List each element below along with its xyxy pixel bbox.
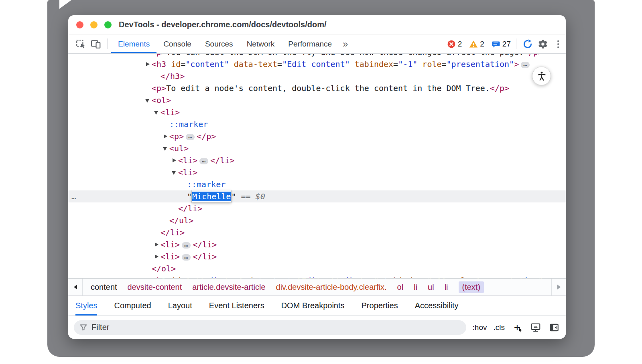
tab-console[interactable]: Console	[156, 34, 198, 53]
toggle-element-state-button[interactable]: :hov	[473, 323, 487, 332]
breadcrumb-item-devsite-content[interactable]: devsite-content	[128, 283, 182, 292]
breadcrumb-item-li[interactable]: li	[445, 283, 448, 292]
dom-tree-line[interactable]: </ol>	[68, 263, 566, 275]
dom-tree-content: <p>You can edit the DOM on the fly and s…	[68, 54, 566, 278]
tab-performance[interactable]: Performance	[281, 34, 339, 53]
breadcrumb-item-div-devsite-article-body-clearfix[interactable]: div.devsite-article-body.clearfix.	[276, 283, 387, 292]
more-tabs-button[interactable]: »	[339, 34, 352, 53]
filter-input[interactable]	[91, 323, 461, 332]
tab-sources[interactable]: Sources	[198, 34, 240, 53]
code-segment-val: "content"	[185, 59, 229, 69]
code-segment-punct: =	[442, 59, 447, 69]
expand-arrow-down[interactable]	[172, 170, 178, 175]
inspect-icon[interactable]	[73, 34, 88, 53]
code-segment-val: "attributes"	[185, 276, 244, 278]
dom-tree-line[interactable]: ::marker	[68, 118, 566, 130]
expand-arrow-right[interactable]	[172, 158, 178, 163]
expand-arrow-right[interactable]	[145, 62, 152, 67]
dom-tree-line[interactable]: <li>	[68, 166, 566, 178]
arrow-slot	[145, 54, 152, 55]
sidebar-tab-styles[interactable]: Styles	[75, 296, 97, 315]
ellipsis-badge[interactable]: …	[199, 158, 208, 164]
dom-tree-line[interactable]: <h3 id="content" data-text="Edit content…	[68, 58, 566, 70]
scroll-left-icon	[74, 285, 77, 289]
issues-badge[interactable]: 27	[492, 40, 511, 49]
sidebar-tab-computed[interactable]: Computed	[114, 296, 151, 315]
breadcrumb-item-ul[interactable]: ul	[428, 283, 434, 292]
code-segment-tag: </li>	[178, 204, 202, 213]
arrow-slot	[145, 267, 152, 271]
error-badge[interactable]: 2	[447, 40, 462, 49]
error-icon	[447, 40, 456, 49]
code-segment-tag: </h3>	[160, 71, 185, 81]
code-segment-punct: =	[393, 59, 398, 69]
minimize-window-button[interactable]	[90, 21, 98, 28]
expand-arrow-down[interactable]	[145, 98, 152, 103]
code-segment-tag: <ol>	[152, 95, 171, 105]
dom-tree-line[interactable]: ::marker	[68, 178, 566, 190]
rendering-emulations-icon[interactable]	[530, 322, 542, 333]
code-segment-tag: <li>	[178, 168, 197, 177]
close-window-button[interactable]	[76, 21, 83, 28]
dom-tree-line[interactable]: <li>…</li>	[68, 251, 566, 263]
code-segment-marker: ::marker	[169, 119, 208, 129]
dom-tree-line[interactable]: <p>…</p>	[68, 130, 566, 142]
traffic-lights	[76, 21, 112, 28]
sidebar-tab-layout[interactable]: Layout	[168, 296, 192, 315]
zoom-window-button[interactable]	[104, 21, 112, 28]
ellipsis-badge[interactable]: …	[186, 134, 195, 140]
breadcrumb-scroll-left-button[interactable]	[68, 279, 83, 295]
issues-icon	[492, 40, 500, 49]
ellipsis-badge[interactable]: …	[182, 254, 191, 261]
status-badges: 2 2 27	[442, 34, 512, 53]
line-gutter-ellipsis: …	[71, 190, 76, 202]
expand-arrow-down[interactable]	[163, 146, 169, 151]
breadcrumb-scroll-right-button[interactable]	[551, 279, 566, 295]
tab-network[interactable]: Network	[240, 34, 282, 53]
dom-tree-line[interactable]: <p>To edit a node's content, double-clic…	[68, 82, 566, 94]
device-toolbar-icon[interactable]	[88, 34, 104, 53]
code-segment-val: "Edit attributes"	[297, 276, 379, 278]
dom-tree-line[interactable]: <li>…</li>	[68, 239, 566, 251]
dom-tree-line[interactable]: <ol>	[68, 94, 566, 106]
sync-icon[interactable]	[520, 34, 535, 53]
sidebar-tab-properties[interactable]: Properties	[362, 296, 398, 315]
expand-arrow-down[interactable]	[154, 110, 160, 115]
element-classes-button[interactable]: .cls	[494, 323, 505, 332]
dom-tree-line[interactable]: <p>You can edit the DOM on the fly and s…	[68, 54, 566, 58]
tab-elements[interactable]: Elements	[111, 34, 156, 53]
code-segment-tag: </p>	[524, 54, 543, 57]
breadcrumb-item-article-devsite-article[interactable]: article.devsite-article	[192, 283, 265, 292]
sidebar-tab-dom-breakpoints[interactable]: DOM Breakpoints	[281, 296, 345, 315]
settings-gear-icon[interactable]	[535, 34, 551, 53]
dom-tree-line[interactable]: <li>…</li>	[68, 154, 566, 166]
panel-tab-strip: ElementsConsoleSourcesNetworkPerformance	[111, 34, 339, 53]
breadcrumb-item-li[interactable]: li	[414, 283, 417, 292]
kebab-menu-icon[interactable]	[551, 34, 566, 53]
accessibility-overlay-button[interactable]	[532, 67, 551, 85]
dom-tree-line[interactable]: …"Michelle" == $0	[68, 190, 566, 202]
expand-arrow-right[interactable]	[154, 255, 160, 259]
dom-tree-line[interactable]: <h3 id="attributes" data-text="Edit attr…	[68, 275, 566, 278]
warning-badge[interactable]: 2	[469, 40, 484, 49]
ellipsis-badge[interactable]: …	[182, 242, 191, 249]
breadcrumb-item-text[interactable]: (text)	[459, 281, 484, 293]
toggle-sidebar-icon[interactable]	[548, 322, 560, 333]
dom-tree-line[interactable]: </li>	[68, 226, 566, 239]
expand-arrow-right[interactable]	[154, 243, 160, 247]
code-segment-tag: <p>	[152, 54, 166, 57]
dom-tree-line[interactable]: <li>	[68, 106, 566, 118]
ellipsis-badge[interactable]: …	[521, 62, 530, 68]
dom-tree-line[interactable]: </li>	[68, 202, 566, 214]
dom-tree-line[interactable]: </h3>	[68, 70, 566, 82]
dom-tree-line[interactable]: </ul>	[68, 214, 566, 226]
breadcrumb-item-ol[interactable]: ol	[397, 283, 404, 292]
sidebar-tab-event-listeners[interactable]: Event Listeners	[209, 296, 264, 315]
expand-arrow-right[interactable]	[163, 134, 169, 139]
sidebar-tab-accessibility[interactable]: Accessibility	[415, 296, 459, 315]
dom-tree-line[interactable]: <ul>	[68, 142, 566, 154]
breadcrumb-item-content[interactable]: content	[91, 283, 117, 292]
styles-filter-bar: :hov .cls +	[68, 316, 566, 339]
code-segment-tag: </li>	[193, 252, 217, 261]
inline-edit-box[interactable]: Michelle	[192, 190, 231, 202]
